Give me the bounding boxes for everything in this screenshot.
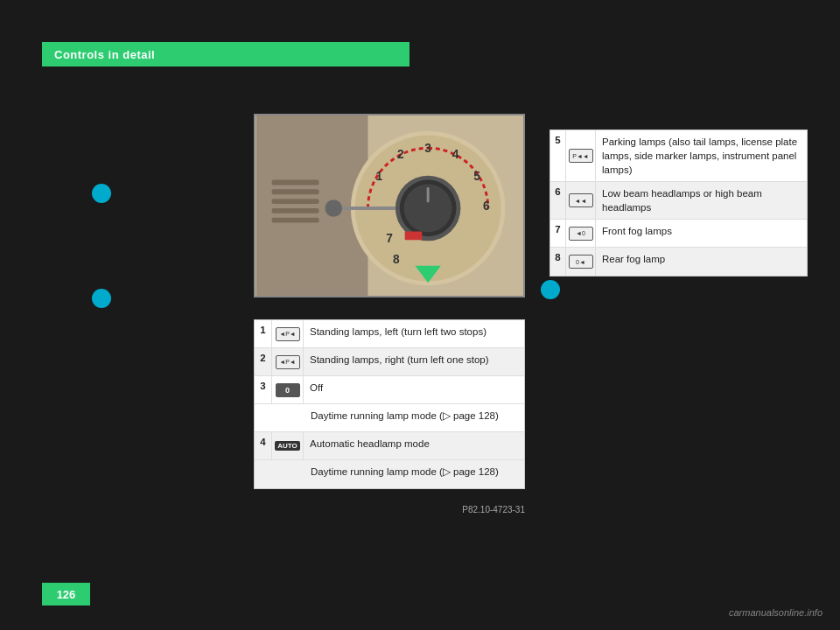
row-icon: ◄0 <box>566 220 596 247</box>
svg-rect-21 <box>272 189 319 194</box>
image-caption: P82.10-4723-31 <box>254 505 525 514</box>
row-icon: AUTO <box>272 432 304 459</box>
row-number: 8 <box>550 248 566 276</box>
row-text: Low beam headlamps or high beam headlamp… <box>596 182 807 219</box>
table-row: 4 AUTO Automatic headlamp mode <box>255 432 524 460</box>
row-sub-text: Daytime running lamp mode (▷ page 128) <box>304 460 524 488</box>
table-row: 3 0 Off <box>255 376 524 404</box>
icon-front-fog: ◄0 <box>569 227 593 241</box>
row-number: 7 <box>550 220 566 247</box>
icon-beam: ◄◄ <box>569 193 593 207</box>
header-bar: Controls in detail <box>42 42 410 66</box>
table-row: 2 ◄P◄ Standing lamps, right (turn left o… <box>255 348 524 376</box>
icon-standing-left: ◄P◄ <box>276 327 300 341</box>
svg-rect-24 <box>272 218 319 223</box>
row-icon: 0 <box>272 376 304 403</box>
row-icon: ◄P◄ <box>272 348 304 375</box>
svg-rect-23 <box>272 208 319 214</box>
table-row: 6 ◄◄ Low beam headlamps or high beam hea… <box>550 182 807 220</box>
blue-dot-2 <box>92 289 111 308</box>
table-row: 8 0◄ Rear fog lamp <box>550 248 807 276</box>
svg-text:5: 5 <box>473 170 480 183</box>
row-number: 6 <box>550 182 566 219</box>
row-icon: ◄P◄ <box>272 320 304 347</box>
row-number: 1 <box>255 320 272 347</box>
table-row-sub: Daytime running lamp mode (▷ page 128) <box>255 404 524 432</box>
svg-text:4: 4 <box>452 148 459 161</box>
row-number: 5 <box>550 130 566 181</box>
row-number: 2 <box>255 348 272 375</box>
svg-rect-20 <box>272 180 319 186</box>
svg-rect-22 <box>272 199 319 204</box>
blue-dot-3 <box>541 280 560 299</box>
icon-parking-lamps: P◄◄ <box>569 149 593 163</box>
svg-point-19 <box>325 200 342 217</box>
watermark: carmanualsonline.info <box>729 607 822 618</box>
svg-text:8: 8 <box>393 253 400 266</box>
icon-auto: AUTO <box>275 441 300 451</box>
svg-text:3: 3 <box>424 142 431 155</box>
svg-text:7: 7 <box>386 232 393 245</box>
row-sub-text: Daytime running lamp mode (▷ page 128) <box>304 404 524 431</box>
row-text: Off <box>304 376 524 403</box>
table-row: 5 P◄◄ Parking lamps (also tail lamps, li… <box>550 130 807 182</box>
header-title: Controls in detail <box>54 48 155 61</box>
svg-text:2: 2 <box>397 148 404 161</box>
lamp-positions-table: 1 ◄P◄ Standing lamps, left (turn left tw… <box>254 319 525 489</box>
table-row: 7 ◄0 Front fog lamps <box>550 220 807 248</box>
row-text: Rear fog lamp <box>596 248 807 276</box>
row-number: 4 <box>255 432 272 459</box>
row-icon: P◄◄ <box>566 130 596 181</box>
page-number: 126 <box>42 583 90 606</box>
row-number: 3 <box>255 376 272 403</box>
headlamp-options-table: 5 P◄◄ Parking lamps (also tail lamps, li… <box>550 130 808 276</box>
icon-standing-right: ◄P◄ <box>276 355 300 369</box>
row-text: Parking lamps (also tail lamps, license … <box>596 130 807 181</box>
row-text: Standing lamps, left (turn left two stop… <box>304 320 524 347</box>
blue-dot-1 <box>92 184 111 203</box>
row-icon: 0◄ <box>566 248 596 276</box>
icon-off: 0 <box>276 383 300 397</box>
svg-rect-17 <box>405 231 423 240</box>
table-row-sub: Daytime running lamp mode (▷ page 128) <box>255 460 524 488</box>
icon-rear-fog: 0◄ <box>569 255 593 269</box>
svg-text:1: 1 <box>375 170 382 183</box>
table-row: 1 ◄P◄ Standing lamps, left (turn left tw… <box>255 320 524 348</box>
row-text: Automatic headlamp mode <box>304 432 524 459</box>
svg-text:6: 6 <box>483 200 490 213</box>
row-icon: ◄◄ <box>566 182 596 219</box>
row-text: Front fog lamps <box>596 220 807 247</box>
row-text: Standing lamps, right (turn left one sto… <box>304 348 524 375</box>
headlamp-dial-image: 1 2 3 4 5 6 7 8 <box>254 114 525 298</box>
